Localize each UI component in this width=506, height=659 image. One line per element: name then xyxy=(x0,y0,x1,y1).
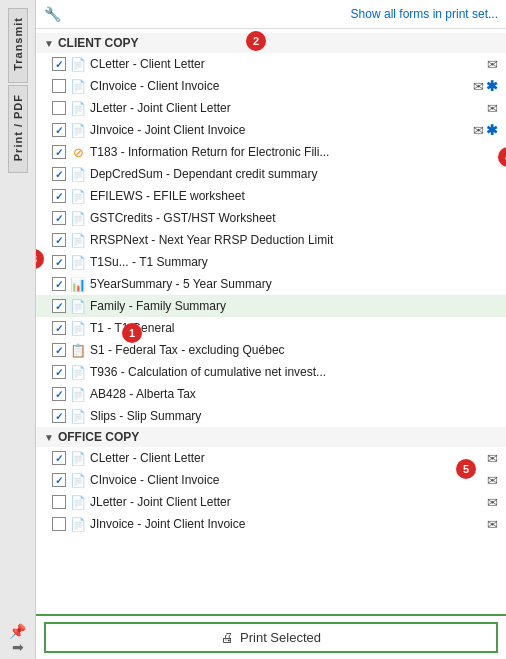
item-checkbox[interactable] xyxy=(52,79,66,93)
item-checkbox[interactable] xyxy=(52,409,66,423)
list-item[interactable]: 📄 AB428 - Alberta Tax xyxy=(36,383,506,405)
list-item[interactable]: 📄 JLetter - Joint Client Letter ✉ xyxy=(36,491,506,513)
form-label: T1Su... - T1 Summary xyxy=(90,255,498,269)
arrow-icon: ➡ xyxy=(12,639,24,655)
doc-icon: 📋 xyxy=(70,342,86,358)
main-content: 🔧 Show all forms in print set... 2 3 4 1… xyxy=(36,0,506,659)
doc-icon: 📄 xyxy=(70,188,86,204)
doc-icon: 📄 xyxy=(70,210,86,226)
print-footer: 🖨 Print Selected xyxy=(36,614,506,659)
star-icon: ✱ xyxy=(486,78,498,94)
list-item[interactable]: 📄 T1Su... - T1 Summary xyxy=(36,251,506,273)
list-item[interactable]: 📄 Slips - Slip Summary xyxy=(36,405,506,427)
list-item[interactable]: 📄 T1 - T1 General xyxy=(36,317,506,339)
list-item[interactable]: 📄 CInvoice - Client Invoice ✉ ✱ xyxy=(36,75,506,97)
mail-icon[interactable]: ✉ xyxy=(487,101,498,116)
item-checkbox[interactable] xyxy=(52,145,66,159)
form-label: CInvoice - Client Invoice xyxy=(90,79,469,93)
form-label: CLetter - Client Letter xyxy=(90,57,483,71)
mail-icon[interactable]: ✉ xyxy=(487,495,498,510)
list-item[interactable]: 📄 JInvoice - Joint Client Invoice ✉ ✱ xyxy=(36,119,506,141)
item-checkbox[interactable] xyxy=(52,277,66,291)
show-all-link[interactable]: Show all forms in print set... xyxy=(351,7,498,21)
item-checkbox[interactable] xyxy=(52,343,66,357)
print-button-label: Print Selected xyxy=(240,630,321,645)
doc-icon: 📄 xyxy=(70,386,86,402)
doc-icon: 📄 xyxy=(70,450,86,466)
form-label: T936 - Calculation of cumulative net inv… xyxy=(90,365,498,379)
mail-icon[interactable]: ✉ xyxy=(487,473,498,488)
list-item[interactable]: 📄 JInvoice - Joint Client Invoice ✉ xyxy=(36,513,506,535)
item-checkbox[interactable] xyxy=(52,167,66,181)
doc-icon: 📄 xyxy=(70,516,86,532)
form-actions: ✉ ✱ xyxy=(473,78,498,94)
sidebar: Transmit Print / PDF 📌 ➡ xyxy=(0,0,36,659)
list-item[interactable]: 📄 CLetter - Client Letter ✉ xyxy=(36,53,506,75)
print-selected-button[interactable]: 🖨 Print Selected xyxy=(44,622,498,653)
form-label: S1 - Federal Tax - excluding Québec xyxy=(90,343,498,357)
mail-icon[interactable]: ✉ xyxy=(487,451,498,466)
item-checkbox[interactable] xyxy=(52,211,66,225)
item-checkbox[interactable] xyxy=(52,517,66,531)
list-item[interactable]: 📄 CLetter - Client Letter ✉ xyxy=(36,447,506,469)
doc-icon: 📄 xyxy=(70,100,86,116)
doc-icon: 📄 xyxy=(70,232,86,248)
settings-icon[interactable]: 🔧 xyxy=(44,6,61,22)
form-actions: ✉ xyxy=(487,451,498,466)
item-checkbox[interactable] xyxy=(52,255,66,269)
form-label: AB428 - Alberta Tax xyxy=(90,387,498,401)
item-checkbox[interactable] xyxy=(52,57,66,71)
item-checkbox[interactable] xyxy=(52,473,66,487)
toolbar: 🔧 Show all forms in print set... xyxy=(36,0,506,29)
client-copy-header[interactable]: ▼ CLIENT COPY xyxy=(36,33,506,53)
list-item[interactable]: 📄 T936 - Calculation of cumulative net i… xyxy=(36,361,506,383)
print-label: Print / PDF xyxy=(12,94,24,161)
form-label: DepCredSum - Dependant credit summary xyxy=(90,167,498,181)
badge-1: 1 xyxy=(122,323,142,343)
transmit-tab[interactable]: Transmit xyxy=(8,8,28,83)
list-item[interactable]: 📄 Family - Family Summary xyxy=(36,295,506,317)
item-checkbox[interactable] xyxy=(52,321,66,335)
doc-icon: 📄 xyxy=(70,56,86,72)
form-label: JLetter - Joint Client Letter xyxy=(90,101,483,115)
doc-icon: 📄 xyxy=(70,122,86,138)
list-item[interactable]: 📄 DepCredSum - Dependant credit summary xyxy=(36,163,506,185)
mail-icon[interactable]: ✉ xyxy=(487,57,498,72)
list-item[interactable]: ⊘ T183 - Information Return for Electron… xyxy=(36,141,506,163)
item-checkbox[interactable] xyxy=(52,387,66,401)
form-actions: ✉ xyxy=(487,495,498,510)
doc-icon: 📄 xyxy=(70,254,86,270)
item-checkbox[interactable] xyxy=(52,101,66,115)
item-checkbox[interactable] xyxy=(52,233,66,247)
form-label: Slips - Slip Summary xyxy=(90,409,498,423)
office-copy-header[interactable]: ▼ OFFICE COPY xyxy=(36,427,506,447)
item-checkbox[interactable] xyxy=(52,189,66,203)
mail-icon[interactable]: ✉ xyxy=(473,79,484,94)
mail-icon[interactable]: ✉ xyxy=(473,123,484,138)
list-item[interactable]: 📄 EFILEWS - EFILE worksheet xyxy=(36,185,506,207)
doc-icon: 📄 xyxy=(70,494,86,510)
transmit-label: Transmit xyxy=(12,17,24,71)
item-checkbox[interactable] xyxy=(52,123,66,137)
client-copy-label: CLIENT COPY xyxy=(58,36,139,50)
list-item[interactable]: 📄 GSTCredits - GST/HST Worksheet xyxy=(36,207,506,229)
form-list: ▼ CLIENT COPY 📄 CLetter - Client Letter … xyxy=(36,29,506,614)
item-checkbox[interactable] xyxy=(52,299,66,313)
list-item[interactable]: 📋 S1 - Federal Tax - excluding Québec xyxy=(36,339,506,361)
list-item[interactable]: 📄 RRSPNext - Next Year RRSP Deduction Li… xyxy=(36,229,506,251)
mail-icon[interactable]: ✉ xyxy=(487,517,498,532)
star-icon: ✱ xyxy=(486,122,498,138)
list-item[interactable]: 📄 CInvoice - Client Invoice ✉ xyxy=(36,469,506,491)
badge-2: 2 xyxy=(246,31,266,51)
list-item[interactable]: 📊 5YearSummary - 5 Year Summary xyxy=(36,273,506,295)
form-actions: ✉ xyxy=(487,517,498,532)
item-checkbox[interactable] xyxy=(52,451,66,465)
doc-icon: 📄 xyxy=(70,166,86,182)
list-item[interactable]: 📄 JLetter - Joint Client Letter ✉ xyxy=(36,97,506,119)
printer-icon: 🖨 xyxy=(221,630,234,645)
item-checkbox[interactable] xyxy=(52,365,66,379)
print-tab[interactable]: Print / PDF xyxy=(8,85,28,173)
form-label: EFILEWS - EFILE worksheet xyxy=(90,189,498,203)
doc-icon: 📊 xyxy=(70,276,86,292)
item-checkbox[interactable] xyxy=(52,495,66,509)
